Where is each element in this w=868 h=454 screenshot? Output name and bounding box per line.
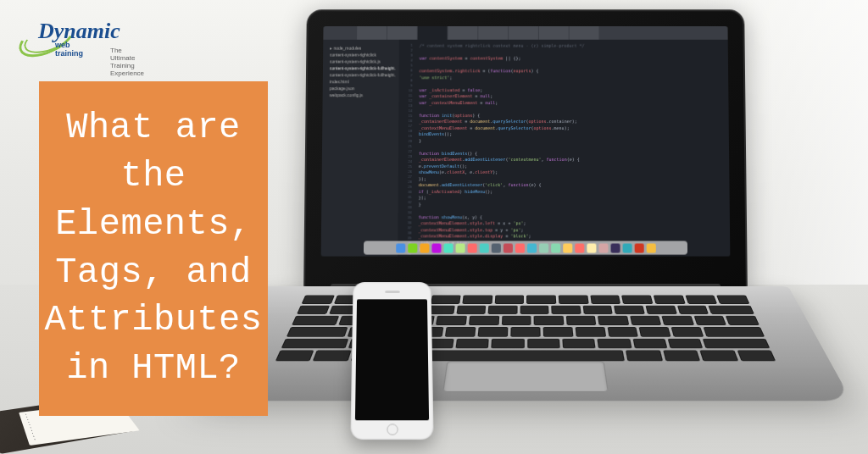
editor-tab: [539, 26, 569, 40]
laptop-base: [199, 286, 852, 401]
editor-tab: [478, 26, 508, 40]
logo-tagline: The Ultimate Training Experience: [110, 47, 144, 77]
editor-tab: [570, 26, 599, 40]
phone-speaker: [385, 291, 400, 293]
phone-home-button: [387, 424, 398, 435]
keyboard: [275, 296, 776, 362]
title-card: What are the Elements, Tags, and Attribu…: [39, 81, 268, 416]
brand-logo: Dynamic web training The Ultimate Traini…: [13, 17, 93, 55]
editor-tab: [448, 26, 478, 40]
editor-tab: [387, 26, 417, 40]
code-editor: /* content system rightclick context men…: [413, 40, 730, 257]
editor-tab: [357, 26, 387, 40]
line-numbers: 1234567891011121314151617181920212223242…: [398, 40, 415, 257]
file-explorer: ▸ node_modulescontent-system-rightclickc…: [321, 40, 399, 257]
title-text: What are the Elements, Tags, and Attribu…: [44, 104, 262, 392]
trackpad: [442, 361, 609, 392]
phone-screen: [355, 299, 429, 420]
smartphone: [350, 282, 433, 440]
laptop-lid: ▸ node_modulescontent-system-rightclickc…: [303, 9, 748, 289]
editor-tabs: [323, 26, 727, 40]
logo-subtext: web training: [55, 41, 93, 58]
editor-tab: [418, 26, 448, 40]
macos-dock: [364, 241, 687, 254]
laptop-screen: ▸ node_modulescontent-system-rightclickc…: [321, 26, 731, 257]
editor-tab: [509, 26, 538, 40]
